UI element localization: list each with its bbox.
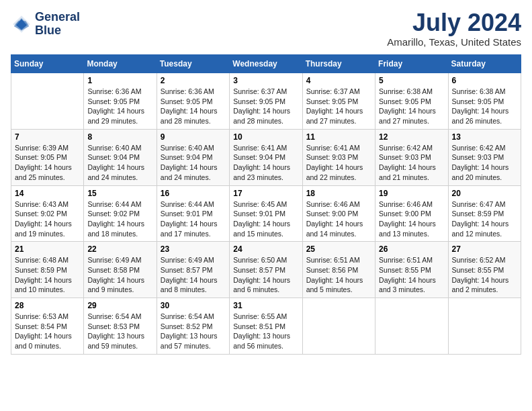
cell-content: Sunrise: 6:45 AM Sunset: 9:01 PM Dayligh… [233, 199, 298, 239]
day-number: 2 [161, 76, 226, 85]
calendar-cell [302, 298, 375, 355]
cell-content: Sunrise: 6:41 AM Sunset: 9:04 PM Dayligh… [233, 143, 298, 183]
calendar-cell: 14Sunrise: 6:43 AM Sunset: 9:02 PM Dayli… [11, 185, 84, 242]
logo-icon [11, 13, 32, 35]
day-number: 1 [87, 76, 152, 85]
calendar-cell: 6Sunrise: 6:38 AM Sunset: 9:05 PM Daylig… [448, 73, 521, 130]
day-number: 23 [161, 244, 226, 254]
calendar-cell: 26Sunrise: 6:51 AM Sunset: 8:55 PM Dayli… [375, 242, 448, 298]
calendar-cell: 20Sunrise: 6:47 AM Sunset: 8:59 PM Dayli… [448, 185, 521, 242]
header-cell-tuesday: Tuesday [157, 55, 229, 73]
cell-content: Sunrise: 6:39 AM Sunset: 9:05 PM Dayligh… [15, 143, 80, 183]
calendar-cell: 17Sunrise: 6:45 AM Sunset: 9:01 PM Dayli… [230, 185, 302, 242]
week-row: 21Sunrise: 6:48 AM Sunset: 8:59 PM Dayli… [11, 242, 521, 298]
cell-content: Sunrise: 6:46 AM Sunset: 9:00 PM Dayligh… [379, 199, 444, 239]
calendar-cell [448, 298, 521, 355]
header-cell-friday: Friday [375, 55, 448, 73]
calendar-cell: 13Sunrise: 6:42 AM Sunset: 9:03 PM Dayli… [448, 129, 521, 185]
day-number: 12 [379, 132, 444, 142]
header-cell-thursday: Thursday [302, 55, 375, 73]
cell-content: Sunrise: 6:43 AM Sunset: 9:02 PM Dayligh… [15, 199, 80, 239]
calendar-cell: 2Sunrise: 6:36 AM Sunset: 9:05 PM Daylig… [157, 73, 229, 130]
cell-content: Sunrise: 6:37 AM Sunset: 9:05 PM Dayligh… [233, 87, 298, 126]
page-header: General Blue July 2024 Amarillo, Texas, … [11, 11, 521, 48]
day-number: 4 [306, 76, 371, 85]
calendar-body: 1Sunrise: 6:36 AM Sunset: 9:05 PM Daylig… [11, 73, 521, 355]
day-number: 22 [87, 244, 152, 254]
day-number: 8 [87, 132, 152, 142]
day-number: 16 [161, 189, 226, 198]
day-number: 27 [452, 244, 517, 254]
logo-text: General Blue [35, 11, 80, 38]
header-cell-saturday: Saturday [448, 55, 521, 73]
calendar-cell [11, 73, 84, 130]
day-number: 7 [15, 132, 80, 142]
calendar-cell: 10Sunrise: 6:41 AM Sunset: 9:04 PM Dayli… [230, 129, 302, 185]
cell-content: Sunrise: 6:53 AM Sunset: 8:54 PM Dayligh… [15, 312, 80, 351]
day-number: 13 [452, 132, 517, 142]
calendar-cell: 27Sunrise: 6:52 AM Sunset: 8:55 PM Dayli… [448, 242, 521, 298]
cell-content: Sunrise: 6:47 AM Sunset: 8:59 PM Dayligh… [452, 199, 517, 239]
cell-content: Sunrise: 6:51 AM Sunset: 8:56 PM Dayligh… [306, 255, 371, 295]
day-number: 26 [379, 244, 444, 254]
calendar-cell: 31Sunrise: 6:55 AM Sunset: 8:51 PM Dayli… [230, 298, 302, 355]
cell-content: Sunrise: 6:36 AM Sunset: 9:05 PM Dayligh… [161, 87, 226, 126]
day-number: 28 [15, 301, 80, 310]
cell-content: Sunrise: 6:50 AM Sunset: 8:57 PM Dayligh… [233, 255, 298, 295]
day-number: 17 [233, 189, 298, 198]
cell-content: Sunrise: 6:55 AM Sunset: 8:51 PM Dayligh… [233, 312, 298, 351]
calendar-cell: 5Sunrise: 6:38 AM Sunset: 9:05 PM Daylig… [375, 73, 448, 130]
calendar-cell: 16Sunrise: 6:44 AM Sunset: 9:01 PM Dayli… [157, 185, 229, 242]
day-number: 19 [379, 189, 444, 198]
day-number: 9 [161, 132, 226, 142]
calendar-cell: 4Sunrise: 6:37 AM Sunset: 9:05 PM Daylig… [302, 73, 375, 130]
day-number: 11 [306, 132, 371, 142]
day-number: 31 [233, 301, 298, 310]
cell-content: Sunrise: 6:44 AM Sunset: 9:02 PM Dayligh… [87, 199, 152, 239]
header-cell-monday: Monday [84, 55, 157, 73]
calendar-cell: 3Sunrise: 6:37 AM Sunset: 9:05 PM Daylig… [230, 73, 302, 130]
header-cell-sunday: Sunday [11, 55, 84, 73]
cell-content: Sunrise: 6:54 AM Sunset: 8:52 PM Dayligh… [161, 312, 226, 351]
day-number: 3 [233, 76, 298, 85]
cell-content: Sunrise: 6:38 AM Sunset: 9:05 PM Dayligh… [379, 87, 444, 126]
cell-content: Sunrise: 6:36 AM Sunset: 9:05 PM Dayligh… [87, 87, 152, 126]
calendar-cell: 1Sunrise: 6:36 AM Sunset: 9:05 PM Daylig… [84, 73, 157, 130]
cell-content: Sunrise: 6:40 AM Sunset: 9:04 PM Dayligh… [87, 143, 152, 183]
cell-content: Sunrise: 6:42 AM Sunset: 9:03 PM Dayligh… [379, 143, 444, 183]
cell-content: Sunrise: 6:38 AM Sunset: 9:05 PM Dayligh… [452, 87, 517, 126]
day-number: 10 [233, 132, 298, 142]
cell-content: Sunrise: 6:37 AM Sunset: 9:05 PM Dayligh… [306, 87, 371, 126]
calendar-cell: 19Sunrise: 6:46 AM Sunset: 9:00 PM Dayli… [375, 185, 448, 242]
calendar-cell [375, 298, 448, 355]
day-number: 30 [161, 301, 226, 310]
logo-line2: Blue [35, 24, 80, 38]
cell-content: Sunrise: 6:48 AM Sunset: 8:59 PM Dayligh… [15, 255, 80, 295]
day-number: 29 [87, 301, 152, 310]
calendar-cell: 18Sunrise: 6:46 AM Sunset: 9:00 PM Dayli… [302, 185, 375, 242]
day-number: 14 [15, 189, 80, 198]
cell-content: Sunrise: 6:40 AM Sunset: 9:04 PM Dayligh… [161, 143, 226, 183]
week-row: 28Sunrise: 6:53 AM Sunset: 8:54 PM Dayli… [11, 298, 521, 355]
week-row: 1Sunrise: 6:36 AM Sunset: 9:05 PM Daylig… [11, 73, 521, 130]
day-number: 20 [452, 189, 517, 198]
title-block: July 2024 Amarillo, Texas, United States [387, 11, 521, 48]
calendar-table: SundayMondayTuesdayWednesdayThursdayFrid… [11, 54, 521, 355]
calendar-cell: 15Sunrise: 6:44 AM Sunset: 9:02 PM Dayli… [84, 185, 157, 242]
calendar-cell: 9Sunrise: 6:40 AM Sunset: 9:04 PM Daylig… [157, 129, 229, 185]
cell-content: Sunrise: 6:52 AM Sunset: 8:55 PM Dayligh… [452, 255, 517, 295]
month-title: July 2024 [387, 11, 521, 35]
day-number: 21 [15, 244, 80, 254]
cell-content: Sunrise: 6:49 AM Sunset: 8:57 PM Dayligh… [161, 255, 226, 295]
calendar-cell: 30Sunrise: 6:54 AM Sunset: 8:52 PM Dayli… [157, 298, 229, 355]
cell-content: Sunrise: 6:41 AM Sunset: 9:03 PM Dayligh… [306, 143, 371, 183]
calendar-cell: 7Sunrise: 6:39 AM Sunset: 9:05 PM Daylig… [11, 129, 84, 185]
location-title: Amarillo, Texas, United States [387, 36, 521, 48]
header-row: SundayMondayTuesdayWednesdayThursdayFrid… [11, 55, 521, 73]
day-number: 5 [379, 76, 444, 85]
cell-content: Sunrise: 6:42 AM Sunset: 9:03 PM Dayligh… [452, 143, 517, 183]
cell-content: Sunrise: 6:49 AM Sunset: 8:58 PM Dayligh… [87, 255, 152, 295]
cell-content: Sunrise: 6:46 AM Sunset: 9:00 PM Dayligh… [306, 199, 371, 239]
calendar-cell: 12Sunrise: 6:42 AM Sunset: 9:03 PM Dayli… [375, 129, 448, 185]
calendar-cell: 28Sunrise: 6:53 AM Sunset: 8:54 PM Dayli… [11, 298, 84, 355]
